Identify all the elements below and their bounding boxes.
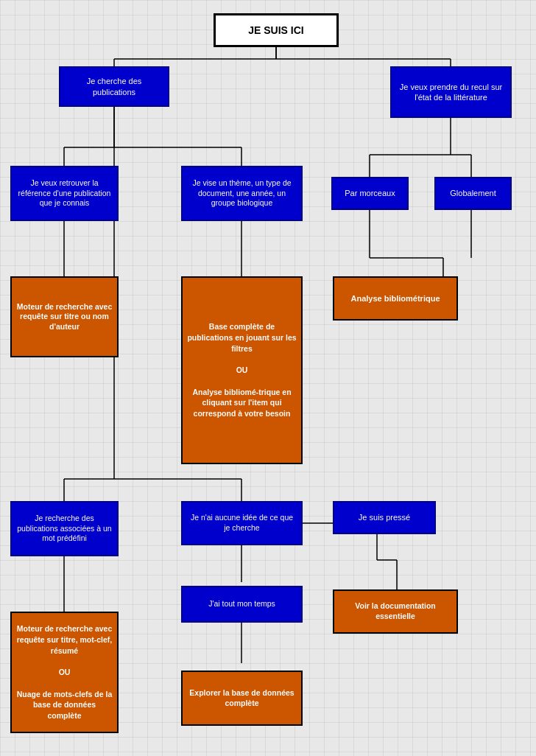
- node-cherche-publications: Je cherche des publications: [59, 66, 169, 107]
- node-vise-theme: Je vise un thème, un type de document, u…: [181, 166, 303, 221]
- node-moteur-titre-auteur: Moteur de recherche avec requête sur tit…: [10, 276, 119, 357]
- node-tout-mon-temps: J'ai tout mon temps: [181, 586, 303, 623]
- node-prendre-recul: Je veux prendre du recul sur l'état de l…: [390, 66, 512, 118]
- node-globalement: Globalement: [434, 177, 512, 210]
- node-explorer-base: Explorer la base de données complète: [181, 671, 303, 726]
- diagram-container: JE SUIS ICI Je cherche des publications …: [0, 0, 536, 756]
- node-je-suis-presse: Je suis pressé: [333, 501, 436, 534]
- node-retrouver-reference: Je veux retrouver la référence d'une pub…: [10, 166, 119, 221]
- node-analyse-bibliometrique: Analyse bibliométrique: [333, 276, 458, 321]
- base-complete-text: Base complète de publications en jouant …: [187, 321, 297, 419]
- node-aucune-idee: Je n'ai aucune idée de ce que je cherche: [181, 501, 303, 545]
- node-base-complete: Base complète de publications en jouant …: [181, 276, 303, 464]
- node-par-morceaux: Par morceaux: [331, 177, 409, 210]
- node-je-suis-ici: JE SUIS ICI: [214, 13, 339, 47]
- node-moteur-titre-motclef: Moteur de recherche avec requête sur tit…: [10, 612, 119, 733]
- moteur-titre-motclef-text: Moteur de recherche avec requête sur tit…: [16, 623, 113, 721]
- node-recherche-mot-predefini: Je recherche des publications associées …: [10, 501, 119, 556]
- node-voir-documentation: Voir la documentation essentielle: [333, 589, 458, 634]
